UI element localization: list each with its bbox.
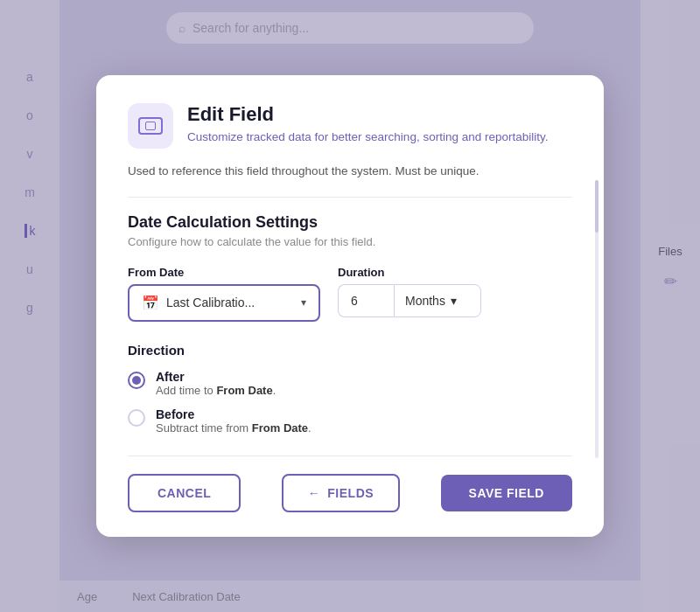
duration-inputs: 6 Months ▾ (338, 284, 481, 317)
direction-after-text: After Add time to From Date. (156, 370, 276, 397)
direction-after-desc: Add time to From Date. (156, 384, 276, 397)
subtitle-link: better searching, sorting and reportabil… (332, 130, 548, 143)
date-calc-section: Date Calculation Settings Configure how … (128, 213, 572, 435)
fields-button[interactable]: ← FIELDS (282, 474, 400, 512)
modal: Edit Field Customize tracked data for be… (96, 75, 604, 536)
direction-before-text: Before Subtract time from From Date. (156, 407, 312, 435)
scrollbar-thumb[interactable] (595, 180, 598, 233)
direction-after-label: After (156, 370, 276, 384)
modal-title: Edit Field (187, 103, 548, 126)
duration-label: Duration (338, 266, 481, 279)
modal-header: Edit Field Customize tracked data for be… (128, 103, 572, 149)
chevron-down-icon: ▾ (301, 296, 306, 309)
modal-description: Used to reference this field throughout … (128, 163, 572, 197)
fields-button-label: FIELDS (327, 486, 374, 500)
radio-after[interactable] (128, 372, 145, 389)
save-field-button[interactable]: SAVE FIELD (441, 475, 572, 511)
section-title: Date Calculation Settings (128, 213, 572, 232)
arrow-left-icon: ← (308, 486, 321, 500)
direction-section: Direction After Add time to From Date. (128, 343, 572, 435)
modal-icon-wrap (128, 103, 173, 149)
modal-footer: CANCEL ← FIELDS SAVE FIELD (128, 456, 572, 512)
duration-group: Duration 6 Months ▾ (338, 266, 481, 317)
direction-title: Direction (128, 343, 572, 358)
fields-row: From Date 📅 Last Calibratio... ▾ Duratio… (128, 266, 572, 322)
modal-overlay: Edit Field Customize tracked data for be… (0, 0, 700, 612)
from-date-group: From Date 📅 Last Calibratio... ▾ (128, 266, 320, 322)
scrollbar-track[interactable] (595, 180, 598, 457)
duration-unit-select[interactable]: Months ▾ (394, 284, 481, 317)
from-date-label: From Date (128, 266, 320, 279)
direction-before-desc: Subtract time from From Date. (156, 421, 312, 435)
modal-subtitle: Customize tracked data for better search… (187, 129, 548, 146)
subtitle-plain: Customize tracked data for (187, 130, 332, 143)
direction-after-option[interactable]: After Add time to From Date. (128, 370, 572, 397)
cancel-button[interactable]: CANCEL (128, 474, 241, 512)
field-icon (138, 117, 163, 135)
from-date-value: Last Calibratio... (166, 296, 294, 309)
from-date-select[interactable]: 📅 Last Calibratio... ▾ (128, 284, 320, 322)
direction-before-option[interactable]: Before Subtract time from From Date. (128, 407, 572, 435)
calendar-icon: 📅 (142, 295, 159, 311)
modal-title-section: Edit Field Customize tracked data for be… (187, 103, 548, 146)
radio-before[interactable] (128, 409, 145, 427)
direction-before-label: Before (156, 407, 312, 421)
duration-unit-value: Months (405, 294, 445, 308)
chevron-down-icon: ▾ (451, 294, 457, 308)
section-subtitle: Configure how to calculate the value for… (128, 235, 572, 248)
duration-number[interactable]: 6 (338, 284, 394, 317)
